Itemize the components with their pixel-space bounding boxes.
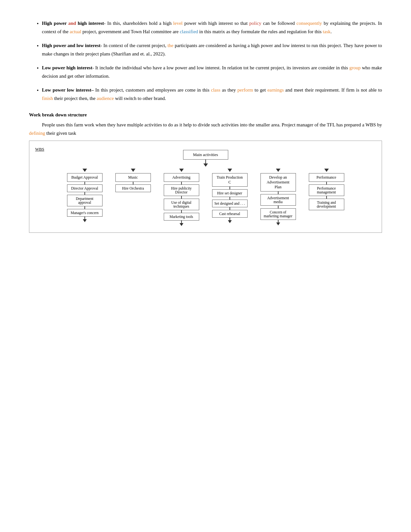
col-arrow-col4 bbox=[228, 169, 232, 172]
sub-box-col1-0: Director Approval bbox=[67, 184, 103, 192]
wbs-col-col3: AdvertisingHire publicity DirectorUse of… bbox=[157, 169, 206, 226]
sub-box-col3-0: Hire publicity Director bbox=[164, 184, 199, 196]
content-area: High power and high interest- In this, s… bbox=[29, 19, 382, 233]
bullet-list: High power and high interest- In this, s… bbox=[29, 19, 382, 103]
wbs-diagram-container: WBS Main activities Budget ApprovalDirec… bbox=[29, 141, 382, 233]
sub-box-col4-0: Hire set designer bbox=[212, 189, 248, 197]
sub-box-col5-1: Concern of marketing manager bbox=[260, 208, 296, 220]
col-header-col2: Music bbox=[115, 173, 151, 182]
col-arrow-col2 bbox=[131, 169, 135, 172]
col-header-col5: Develop an Advertisement Plan bbox=[260, 173, 296, 192]
sub-box-col5-0: Advertisement media bbox=[260, 194, 296, 206]
sub-box-col4-1: Set designed and . . . bbox=[212, 200, 248, 207]
wbs-col-col2: MusicHire Orchestra bbox=[109, 169, 157, 192]
wbs-diagram: Main activities Budget ApprovalDirector … bbox=[33, 147, 378, 226]
bullet-item-b1: High power and high interest- In this, s… bbox=[42, 19, 382, 36]
main-activities-box: Main activities bbox=[183, 150, 228, 160]
wbs-col-col6: PerformancePerformance managementTrainin… bbox=[302, 169, 351, 210]
col-header-col6: Performance bbox=[309, 173, 344, 182]
sub-box-col4-2: Cast rehearsal bbox=[212, 210, 248, 218]
col-arrow-col3 bbox=[179, 169, 184, 172]
col-arrow-col1 bbox=[83, 169, 87, 172]
bullet-item-b4: Low power low interest– In this project,… bbox=[42, 86, 382, 103]
col-header-col4: Train Production C bbox=[212, 173, 248, 187]
col-header-col3: Advertising bbox=[164, 173, 199, 182]
section-heading: Work break down structure People uses th… bbox=[29, 112, 382, 137]
sub-box-col3-1: Use of digital techniques bbox=[164, 199, 199, 210]
bullet-item-b3: Low power high interest- It include the … bbox=[42, 64, 382, 80]
wbs-col-col5: Develop an Advertisement PlanAdvertiseme… bbox=[254, 169, 302, 225]
wbs-col-col4: Train Production CHire set designerSet d… bbox=[206, 169, 254, 223]
sub-box-col3-2: Marketing tools bbox=[164, 213, 199, 221]
col-arrow-col5 bbox=[276, 169, 280, 172]
col-header-col1: Budget Approval bbox=[67, 173, 103, 182]
bullet-item-b2: High power and low interest- In context … bbox=[42, 42, 382, 58]
sub-box-col1-1: Department approval bbox=[67, 195, 103, 206]
sub-box-col6-0: Performance management bbox=[309, 184, 344, 196]
wbs-col-col1: Budget ApprovalDirector ApprovalDepartme… bbox=[61, 169, 109, 222]
wbs-label: WBS bbox=[35, 147, 44, 152]
sub-box-col6-1: Training and development bbox=[309, 199, 344, 210]
col-arrow-col6 bbox=[324, 169, 329, 172]
sub-box-col1-2: Manager's concern bbox=[67, 209, 103, 217]
sub-box-col2-0: Hire Orchestra bbox=[115, 184, 151, 192]
